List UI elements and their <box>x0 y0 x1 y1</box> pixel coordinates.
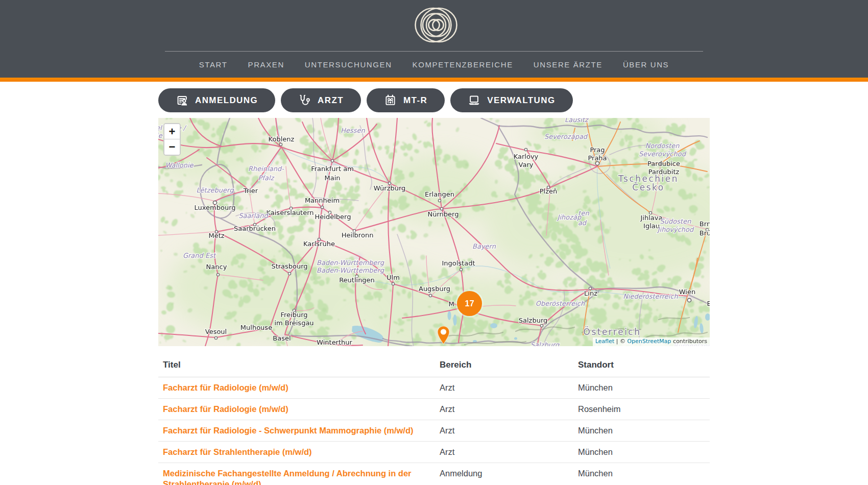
zoom-out-button[interactable]: − <box>164 139 180 155</box>
map-label: Winterthur <box>317 338 352 346</box>
map-city-dot <box>321 206 323 208</box>
map-label: Main <box>324 174 340 182</box>
job-locations-map[interactable]: ele /ieWallonieLausitzHessenKoblenzFrank… <box>158 118 710 346</box>
map-label: Nordosten <box>645 142 680 150</box>
map-tiles: ele /ieWallonieLausitzHessenKoblenzFrank… <box>158 118 710 346</box>
filter-button-arzt[interactable]: ARZT <box>281 88 361 112</box>
job-title-link[interactable]: Facharzt für Radiologie (m/w/d) <box>163 404 288 414</box>
map-label: Frankfurt am <box>311 165 354 173</box>
map-label: Mannheim <box>305 197 340 204</box>
map-label: Severozápad <box>544 133 588 140</box>
job-title-link[interactable]: Facharzt für Strahlentherapie (m/w/d) <box>163 447 312 456</box>
job-standort: München <box>578 463 710 485</box>
map-label: Jihlava <box>640 214 663 222</box>
logo-circles <box>414 7 459 43</box>
stethoscope-icon <box>298 94 311 107</box>
map-city-dot <box>216 273 219 276</box>
nav-item-ueber-uns[interactable]: ÜBER UNS <box>623 60 669 69</box>
map-label: Praha <box>588 154 607 162</box>
filter-button-label: ARZT <box>318 95 344 106</box>
column-header-standort: Standort <box>578 355 710 377</box>
map-label: M <box>448 300 454 308</box>
map-label: ie <box>158 132 163 139</box>
map-label: Prag <box>590 146 605 154</box>
accent-bar <box>0 78 868 82</box>
map-label: Česko <box>632 182 664 192</box>
map-label: Hessen <box>341 127 365 134</box>
job-row: Facharzt für Strahlentherapie (m/w/d) Ar… <box>158 442 710 463</box>
nav-item-untersuchungen[interactable]: UNTERSUCHUNGEN <box>305 60 392 69</box>
map-city-dot <box>214 336 217 339</box>
nav-item-praxen[interactable]: PRAXEN <box>248 60 284 69</box>
map-label: Plzeň <box>540 187 558 195</box>
job-standort: Rosenheim <box>578 399 710 420</box>
map-city-dot <box>438 199 441 202</box>
job-bereich: Arzt <box>440 442 578 463</box>
filter-button-verwaltung[interactable]: VERWALTUNG <box>450 88 572 112</box>
map-label: Baden-Württemberg <box>317 266 384 274</box>
nav-item-kompetenzbereiche[interactable]: KOMPETENZBEREICHE <box>413 60 513 69</box>
nav-item-unsere-aerzte[interactable]: UNSERE ÄRZTE <box>534 60 602 69</box>
job-title-link[interactable]: Facharzt für Radiologie - Schwerpunkt Ma… <box>163 426 413 435</box>
page-content: ANMELDUNG ARZT MT-R VERWALTUNG ele /ieWa… <box>158 88 710 485</box>
zoom-in-button[interactable]: + <box>164 124 180 139</box>
map-label: Saarbrücken <box>234 225 276 232</box>
map-label: ad <box>578 219 587 227</box>
job-title-link[interactable]: Facharzt für Radiologie (m/w/d) <box>163 383 288 392</box>
map-label: Augsburg <box>419 285 450 293</box>
job-standort: München <box>578 442 710 463</box>
filter-button-anmeldung[interactable]: ANMELDUNG <box>158 88 275 112</box>
map-label: Reutlingen <box>339 276 375 284</box>
filter-button-label: VERWALTUNG <box>487 95 555 106</box>
main-nav: START PRAXEN UNTERSUCHUNGEN KOMPETENZBER… <box>0 52 868 78</box>
map-label: Kaiserslautern <box>266 209 314 216</box>
site-header: START PRAXEN UNTERSUCHUNGEN KOMPETENZBER… <box>0 0 868 78</box>
nav-item-start[interactable]: START <box>199 60 228 69</box>
copyright-sign: © <box>620 338 625 345</box>
map-label: Südosten <box>660 217 692 225</box>
map-label: Karlovy <box>514 153 539 160</box>
xray-scanner-icon <box>384 94 397 107</box>
map-label: Salzburg <box>519 317 548 324</box>
map-city-dot <box>331 159 333 162</box>
map-label: Heidelberg <box>315 213 351 221</box>
filter-button-label: ANMELDUNG <box>195 95 258 106</box>
map-label: Wallonie <box>165 161 194 169</box>
filter-button-row: ANMELDUNG ARZT MT-R VERWALTUNG <box>158 88 710 112</box>
map-label: Nürnberg <box>428 210 459 218</box>
map-city-dot <box>288 272 291 275</box>
map-label: im Breisgau <box>274 319 314 327</box>
job-title-link[interactable]: Medizinische Fachangestellte Anmeldung /… <box>163 469 412 485</box>
site-logo[interactable] <box>414 7 459 43</box>
map-city-dot <box>392 282 394 285</box>
map-city-dot <box>429 294 431 297</box>
job-bereich: Arzt <box>440 399 578 420</box>
map-label: Lausitz <box>565 118 589 124</box>
marker-cluster[interactable]: 17 <box>457 291 482 316</box>
job-bereich: Arzt <box>440 377 578 399</box>
map-label: Luxembourg <box>194 204 235 211</box>
map-label: Heilbronn <box>342 231 374 239</box>
job-standort: München <box>578 377 710 399</box>
job-row: Facharzt für Radiologie (m/w/d) Arzt Mün… <box>158 377 710 399</box>
job-bereich: Anmeldung <box>440 463 578 485</box>
map-label: Baden-Württemberg <box>317 259 384 266</box>
map-city-dot <box>460 268 462 271</box>
filter-button-label: MT-R <box>403 95 427 106</box>
map-label: Koblenz <box>269 135 295 143</box>
map-attribution: Leaflet | © OpenStreetMap contributors <box>593 337 710 346</box>
map-label: Basel <box>273 334 291 342</box>
filter-button-mt-r[interactable]: MT-R <box>367 88 445 112</box>
map-label: Salzburg <box>531 341 560 346</box>
form-person-icon <box>176 94 188 107</box>
column-header-bereich: Bereich <box>440 355 578 377</box>
map-city-dot <box>440 207 443 210</box>
map-label: Pfalz <box>258 174 275 182</box>
leaflet-link[interactable]: Leaflet <box>595 338 614 345</box>
map-label: Lëtzebuerg <box>197 186 234 194</box>
map-city-dot <box>524 148 527 151</box>
map-label: Oberösterreich <box>536 300 585 307</box>
jobs-table-header: Titel Bereich Standort <box>158 355 710 377</box>
osm-link[interactable]: OpenStreetMap <box>628 338 671 345</box>
map-pin-marker[interactable] <box>437 326 450 345</box>
